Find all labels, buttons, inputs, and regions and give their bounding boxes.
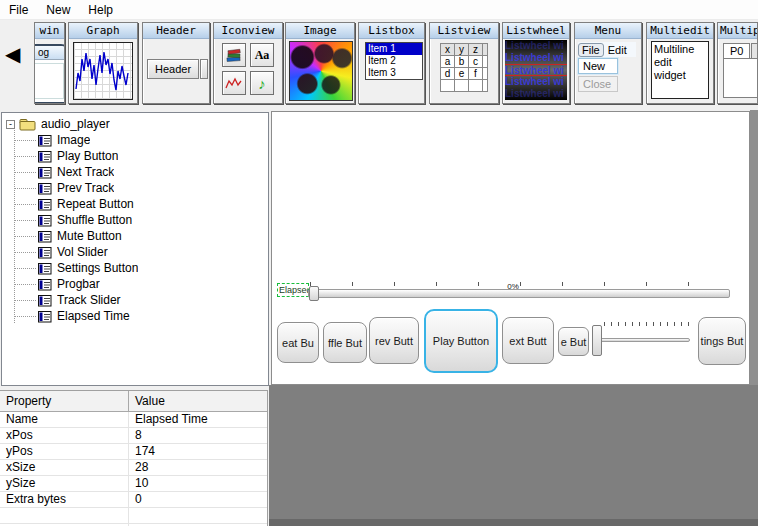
widget-icon <box>38 166 52 179</box>
tree-item-image[interactable]: Image <box>2 132 268 148</box>
palette-listwheel-title: Listwheel <box>503 23 569 39</box>
header-preview: Header <box>147 59 208 79</box>
palette-header-title: Header <box>143 23 209 39</box>
palette-iconview-title: Iconview <box>214 23 282 39</box>
property-row-empty <box>0 508 129 524</box>
listbox-item-selected: Item 1 <box>366 43 422 55</box>
menu-preview-dropdown: New Close <box>578 58 618 92</box>
property-value[interactable]: 28 <box>129 460 267 476</box>
tree-root-label: audio_player <box>41 117 110 131</box>
property-name: Extra bytes <box>0 492 129 508</box>
tree-item-track-slider[interactable]: Track Slider <box>2 292 268 308</box>
font-icon: Aa <box>250 43 274 67</box>
tree-item-mute-button[interactable]: Mute Button <box>2 228 268 244</box>
widget-icon <box>38 214 52 227</box>
palette-framewin-title: win <box>35 23 64 39</box>
vol-slider-thumb[interactable] <box>592 325 602 356</box>
palette-multipage[interactable]: Multip P0 P <box>717 22 758 104</box>
palette-header[interactable]: Header Header <box>142 22 210 104</box>
palette-multiedit[interactable]: Multiedit Multiline edit widget <box>646 22 714 104</box>
property-value[interactable]: 8 <box>129 428 267 444</box>
menu-preview-bar: File Edit <box>578 42 636 57</box>
widget-vol-slider[interactable] <box>600 338 690 342</box>
widget-play-button[interactable]: Play Button <box>424 309 498 373</box>
listview-preview: xy z ab c de f <box>440 43 488 92</box>
palette-framewin[interactable]: win og <box>34 22 65 104</box>
widget-elapsed-time-text[interactable]: Elapsed <box>277 283 309 297</box>
tree-item-settings-button[interactable]: Settings Button <box>2 260 268 276</box>
property-grid: Property Value Name Elapsed Time xPos 8 … <box>0 390 268 526</box>
palette-multiedit-title: Multiedit <box>647 23 713 39</box>
tick-marks <box>604 322 690 326</box>
palette-listbox[interactable]: Listbox Item 1 Item 2 Item 3 <box>358 22 425 104</box>
tree-item-elapsed-time[interactable]: Elapsed Time <box>2 308 268 324</box>
image-preview <box>289 41 353 101</box>
tree-item-shuffle-button[interactable]: Shuffle Button <box>2 212 268 228</box>
property-name: xSize <box>0 460 129 476</box>
property-name: Name <box>0 412 129 428</box>
widget-icon <box>38 278 52 291</box>
property-value[interactable]: 10 <box>129 476 267 492</box>
menu-file[interactable]: File <box>0 2 37 18</box>
widget-icon <box>38 246 52 259</box>
value-column-header: Value <box>129 391 267 412</box>
object-tree[interactable]: - audio_player Image Play Button Next Tr… <box>1 112 269 386</box>
widget-icon <box>38 134 52 147</box>
tree-collapse-icon[interactable]: - <box>6 120 15 129</box>
listbox-item: Item 3 <box>366 67 422 79</box>
widget-progbar[interactable]: 0% <box>493 282 533 291</box>
widget-icon <box>38 230 52 243</box>
palette-graph[interactable]: Graph <box>68 22 138 104</box>
widget-shuffle-button[interactable]: ffle But <box>323 322 367 363</box>
property-value[interactable]: Elapsed Time <box>129 412 267 428</box>
tree-item-repeat-button[interactable]: Repeat Button <box>2 196 268 212</box>
palette-image[interactable]: Image <box>285 22 355 104</box>
palette-iconview[interactable]: Iconview Aa ♪ <box>213 22 283 104</box>
palette-menu[interactable]: Menu File Edit New Close <box>574 22 642 104</box>
tree-item-progbar[interactable]: Progbar <box>2 276 268 292</box>
palette-image-title: Image <box>286 23 354 39</box>
music-note-icon: ♪ <box>250 71 274 95</box>
design-canvas[interactable]: Elapsed 0% eat Bu ffle But rev Butt Play… <box>271 111 750 385</box>
workspace-background <box>269 385 758 526</box>
listbox-item: Item 2 <box>366 55 422 67</box>
menu-help[interactable]: Help <box>79 2 122 18</box>
widget-icon <box>38 262 52 275</box>
palette-menu-title: Menu <box>575 23 641 39</box>
property-value[interactable]: 0 <box>129 492 267 508</box>
palette-listbox-title: Listbox <box>359 23 424 39</box>
tree-item-play-button[interactable]: Play Button <box>2 148 268 164</box>
property-value[interactable]: 174 <box>129 444 267 460</box>
canvas-right-edge <box>750 110 758 386</box>
widget-mute-button[interactable]: e But <box>558 327 589 356</box>
palette-listview-title: Listview <box>430 23 498 39</box>
graph-preview <box>73 42 133 100</box>
palette-listview[interactable]: Listview xy z ab c de f <box>429 22 499 104</box>
palette-listwheel[interactable]: Listwheel Listwheel wi Listwheel wi List… <box>502 22 570 104</box>
toolbar-scroll-left-icon[interactable]: ◀ <box>5 44 20 64</box>
property-name: xPos <box>0 428 129 444</box>
iconview-preview: Aa ♪ <box>222 43 274 95</box>
widget-next-track-button[interactable]: ext Butt <box>502 317 554 364</box>
books-icon <box>222 43 246 67</box>
widget-settings-button[interactable]: tings But <box>698 317 746 365</box>
widget-prev-track-button[interactable]: rev Butt <box>369 317 419 364</box>
tree-item-next-track[interactable]: Next Track <box>2 164 268 180</box>
widget-repeat-button[interactable]: eat Bu <box>277 322 319 363</box>
property-name: yPos <box>0 444 129 460</box>
menu-new[interactable]: New <box>37 2 79 18</box>
tree-item-prev-track[interactable]: Prev Track <box>2 180 268 196</box>
folder-icon <box>19 118 36 131</box>
widget-icon <box>38 198 52 211</box>
multipage-preview: P0 P <box>723 43 758 98</box>
tree-item-vol-slider[interactable]: Vol Slider <box>2 244 268 260</box>
property-name: ySize <box>0 476 129 492</box>
widget-icon <box>38 182 52 195</box>
multiedit-preview: Multiline edit widget <box>651 41 709 99</box>
property-column-header: Property <box>0 391 129 412</box>
workspace-bottom-edge <box>269 519 758 526</box>
widget-icon <box>38 150 52 163</box>
widget-icon <box>38 294 52 307</box>
track-slider-thumb[interactable] <box>309 286 319 301</box>
tree-root-audio-player[interactable]: - audio_player <box>2 116 268 132</box>
